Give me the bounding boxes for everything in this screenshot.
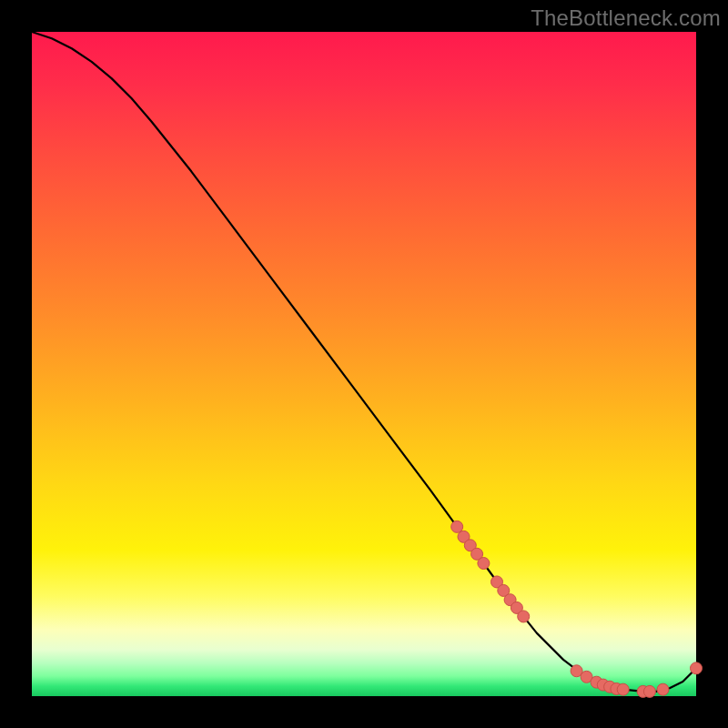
chart-plot-area — [32, 32, 696, 696]
chart-svg — [32, 32, 696, 696]
chart-marker — [657, 683, 669, 695]
chart-markers — [451, 521, 703, 697]
chart-marker — [617, 683, 629, 695]
chart-marker — [478, 558, 490, 570]
chart-marker — [691, 662, 703, 674]
chart-marker — [518, 611, 530, 622]
watermark-text: TheBottleneck.com — [531, 5, 721, 31]
chart-curve — [32, 32, 696, 692]
chart-stage: TheBottleneck.com — [0, 0, 728, 728]
chart-marker — [643, 685, 655, 697]
